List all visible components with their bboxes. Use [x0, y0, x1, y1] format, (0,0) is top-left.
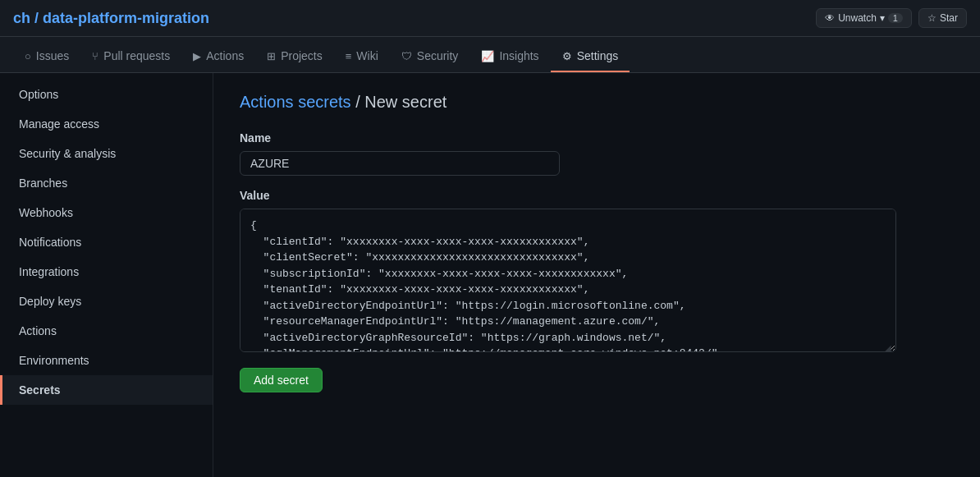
sidebar-item-notifications[interactable]: Notifications: [0, 227, 213, 257]
main-layout: Options Manage access Security & analysi…: [0, 73, 980, 477]
wiki-icon: ≡: [346, 50, 352, 62]
name-input[interactable]: [240, 151, 560, 176]
eye-icon: 👁: [825, 12, 835, 24]
sidebar-item-integrations-label: Integrations: [19, 265, 79, 278]
unwatch-label: Unwatch: [838, 12, 877, 24]
issues-icon: ○: [25, 50, 31, 62]
sidebar-item-manage-access[interactable]: Manage access: [0, 109, 213, 139]
name-label: Name: [240, 131, 954, 144]
breadcrumb-separator: /: [355, 93, 364, 111]
content-area: Actions secrets / New secret Name Value …: [213, 73, 980, 477]
tab-security-label: Security: [417, 49, 459, 62]
name-field-group: Name: [240, 131, 954, 176]
tab-insights[interactable]: 📈 Insights: [469, 41, 550, 72]
breadcrumb-link[interactable]: Actions secrets: [240, 93, 351, 111]
breadcrumb-current: New secret: [364, 93, 446, 111]
value-textarea[interactable]: [240, 209, 896, 352]
tab-projects-label: Projects: [281, 49, 323, 62]
top-bar-actions: 👁 Unwatch ▾ 1 ☆ Star: [816, 8, 967, 28]
tab-issues-label: Issues: [36, 49, 69, 62]
sidebar-item-environments-label: Environments: [19, 354, 89, 367]
tab-issues[interactable]: ○ Issues: [13, 41, 80, 72]
sidebar-item-deploy-keys[interactable]: Deploy keys: [0, 287, 213, 316]
textarea-container: ◢: [240, 209, 896, 355]
resize-handle[interactable]: ◢: [885, 343, 896, 355]
sidebar-item-branches[interactable]: Branches: [0, 168, 213, 198]
pull-requests-icon: ⑂: [92, 50, 98, 62]
sidebar-item-webhooks-label: Webhooks: [19, 206, 73, 219]
tab-actions[interactable]: ▶ Actions: [181, 41, 255, 72]
unwatch-button[interactable]: 👁 Unwatch ▾ 1: [816, 8, 912, 28]
sidebar-item-security-analysis[interactable]: Security & analysis: [0, 139, 213, 168]
sidebar-item-integrations[interactable]: Integrations: [0, 257, 213, 287]
dropdown-arrow-icon: ▾: [880, 12, 885, 24]
sidebar-item-actions[interactable]: Actions: [0, 316, 213, 346]
tab-security[interactable]: 🛡 Security: [390, 41, 470, 72]
sidebar-item-actions-label: Actions: [19, 324, 57, 337]
add-secret-button[interactable]: Add secret: [240, 368, 323, 392]
tab-insights-label: Insights: [499, 49, 538, 62]
sidebar-item-webhooks[interactable]: Webhooks: [0, 198, 213, 227]
value-field-group: Value ◢: [240, 189, 954, 355]
top-bar: ch / data-platform-migration 👁 Unwatch ▾…: [0, 0, 980, 37]
star-icon: ☆: [927, 12, 936, 24]
sidebar-item-manage-access-label: Manage access: [19, 117, 99, 131]
tab-pull-requests-label: Pull requests: [103, 49, 170, 62]
sidebar-item-secrets-label: Secrets: [19, 383, 61, 397]
tab-projects[interactable]: ⊞ Projects: [255, 41, 334, 72]
tab-actions-label: Actions: [206, 49, 244, 62]
watch-count: 1: [888, 13, 903, 23]
value-label: Value: [240, 189, 954, 202]
sidebar-item-environments[interactable]: Environments: [0, 346, 213, 375]
actions-icon: ▶: [193, 50, 201, 62]
sidebar-item-options[interactable]: Options: [0, 80, 213, 109]
projects-icon: ⊞: [267, 50, 276, 62]
sidebar-item-options-label: Options: [19, 88, 58, 101]
sidebar-item-notifications-label: Notifications: [19, 236, 81, 249]
sidebar-item-secrets[interactable]: Secrets: [0, 375, 213, 405]
tab-wiki-label: Wiki: [356, 49, 378, 62]
nav-tabs: ○ Issues ⑂ Pull requests ▶ Actions ⊞ Pro…: [0, 37, 980, 73]
tab-wiki[interactable]: ≡ Wiki: [334, 41, 390, 72]
insights-icon: 📈: [481, 50, 494, 62]
sidebar-item-branches-label: Branches: [19, 177, 67, 190]
sidebar-item-security-analysis-label: Security & analysis: [19, 147, 116, 160]
settings-icon: ⚙: [562, 50, 572, 62]
tab-settings[interactable]: ⚙ Settings: [551, 41, 630, 72]
security-icon: 🛡: [401, 50, 412, 62]
sidebar-item-deploy-keys-label: Deploy keys: [19, 295, 81, 308]
tab-settings-label: Settings: [577, 49, 619, 62]
repo-title: ch / data-platform-migration: [13, 10, 209, 27]
star-button[interactable]: ☆ Star: [918, 8, 967, 28]
tab-pull-requests[interactable]: ⑂ Pull requests: [80, 41, 181, 72]
sidebar: Options Manage access Security & analysi…: [0, 73, 213, 477]
breadcrumb: Actions secrets / New secret: [240, 93, 954, 112]
star-label: Star: [940, 12, 958, 24]
